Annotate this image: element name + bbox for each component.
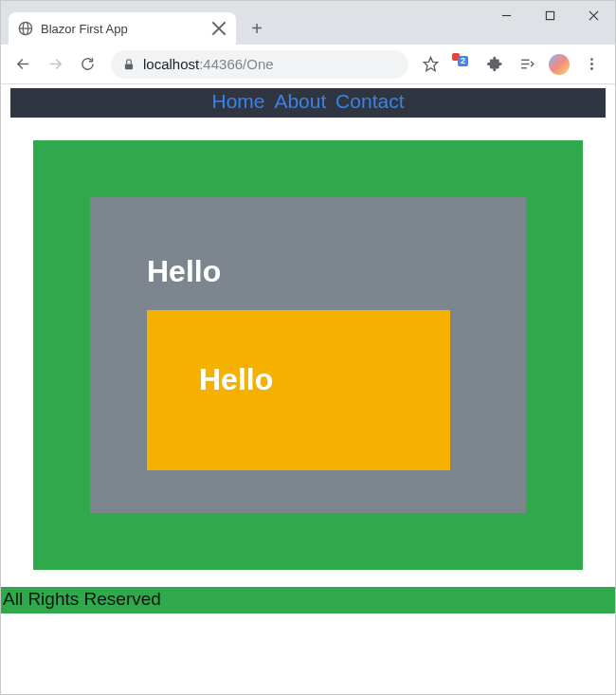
inner-panel: Hello	[147, 310, 450, 470]
page-viewport: Home About Contact Hello Hello All Right…	[1, 84, 615, 694]
nav-link-home[interactable]: Home	[212, 90, 265, 112]
footer-text: All Rights Reserved	[1, 589, 161, 609]
lock-icon	[122, 58, 136, 71]
svg-rect-11	[125, 64, 133, 69]
reading-list-button[interactable]	[513, 50, 541, 79]
profile-button[interactable]	[545, 50, 573, 79]
page-footer: All Rights Reserved	[1, 587, 615, 613]
extension-count-badge: 2	[458, 56, 468, 66]
nav-back-button[interactable]	[7, 48, 39, 81]
tab-close-icon[interactable]	[211, 21, 226, 36]
omnibox-path: :44366/One	[199, 56, 273, 72]
extension-badge[interactable]: 2	[448, 50, 477, 79]
new-tab-button[interactable]: +	[244, 15, 270, 42]
svg-point-16	[590, 58, 593, 61]
avatar-icon	[549, 54, 570, 75]
toolbar-actions: 2	[416, 50, 609, 79]
browser-tab[interactable]: Blazor First App	[9, 12, 236, 45]
svg-marker-12	[424, 57, 437, 70]
window-maximize-button[interactable]	[528, 1, 571, 29]
menu-button[interactable]	[577, 50, 606, 79]
svg-point-17	[590, 63, 593, 65]
inner-heading: Hello	[199, 362, 450, 397]
nav-forward-button[interactable]	[39, 48, 71, 81]
svg-point-18	[590, 67, 593, 70]
outer-panel: Hello Hello	[33, 140, 583, 570]
browser-toolbar: localhost:44366/One 2	[1, 45, 615, 84]
omnibox-host: localhost	[143, 56, 199, 72]
omnibox[interactable]: localhost:44366/One	[111, 50, 408, 79]
nav-link-contact[interactable]: Contact	[335, 90, 404, 112]
window-close-button[interactable]	[571, 1, 615, 29]
extensions-button[interactable]	[480, 50, 509, 79]
window-minimize-button[interactable]	[484, 1, 528, 29]
outer-heading: Hello	[147, 254, 526, 289]
top-nav: Home About Contact	[10, 88, 606, 118]
bookmark-button[interactable]	[416, 50, 444, 79]
window-titlebar: Blazor First App +	[1, 1, 615, 45]
tab-title: Blazor First App	[41, 22, 128, 36]
middle-panel: Hello Hello	[90, 197, 526, 513]
globe-icon	[18, 21, 33, 36]
nav-reload-button[interactable]	[71, 48, 103, 81]
nav-link-about[interactable]: About	[274, 90, 326, 112]
plus-icon: +	[251, 18, 263, 40]
window-controls	[484, 1, 615, 29]
svg-rect-6	[546, 11, 553, 19]
